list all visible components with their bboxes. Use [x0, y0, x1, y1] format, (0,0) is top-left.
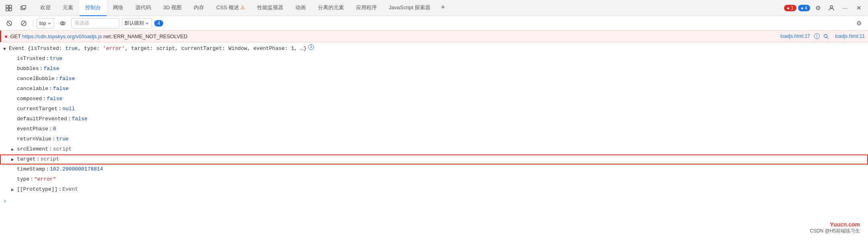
svg-line-14: [827, 37, 829, 39]
prop-timeStamp: ▶ timeStamp: 102.2000000178814: [0, 165, 868, 175]
profile-button[interactable]: [825, 2, 837, 14]
watermark-site: Yuucn.com: [810, 221, 860, 228]
tab-elements[interactable]: 元素: [57, 0, 79, 16]
console-prompt-row: ›: [0, 196, 868, 206]
console-content: ● GET https://cdn.topskys.org/v0/loadjs.…: [0, 31, 868, 249]
svg-rect-3: [9, 8, 12, 11]
svg-line-10: [22, 22, 25, 25]
object-tree: ▼ Event {isTrusted: true, type: 'error',…: [0, 42, 868, 208]
level-selector[interactable]: 默认级别: [122, 18, 152, 29]
svg-line-8: [8, 22, 11, 25]
clear-console-button[interactable]: [3, 18, 15, 29]
watermark-author: CSDN @H5前端练习生: [810, 228, 860, 235]
more-button[interactable]: ···: [839, 2, 851, 14]
prop-bubbles: ▶ bubbles: false: [0, 64, 868, 74]
tab-welcome[interactable]: 欢迎: [35, 0, 56, 16]
svg-rect-5: [22, 6, 26, 8]
console-settings-button[interactable]: ⚙: [853, 17, 865, 29]
info-icon[interactable]: i: [814, 33, 820, 39]
toolbar-separator-1: [33, 19, 33, 27]
close-button[interactable]: ✕: [853, 2, 865, 14]
prop-defaultPrevented: ▶ defaultPrevented: false: [0, 114, 868, 124]
frame-label: top: [39, 21, 46, 26]
error-dot-icon: ●: [4, 33, 8, 39]
search-icon-button[interactable]: [822, 32, 830, 40]
error-location2-link[interactable]: loadjs.html:11: [835, 33, 865, 39]
level-label: 默认级别: [125, 20, 144, 27]
svg-point-12: [62, 23, 63, 24]
svg-rect-2: [6, 8, 8, 11]
eye-button[interactable]: [57, 18, 69, 29]
prop-target: ▶ target: script: [0, 154, 868, 165]
prototype-expand-arrow[interactable]: ▶: [11, 185, 17, 194]
tab-console[interactable]: 控制台: [80, 0, 106, 16]
error-location1-link[interactable]: loadjs.html:17: [780, 33, 810, 39]
svg-rect-1: [9, 5, 12, 8]
tab-network[interactable]: 网络: [107, 0, 129, 16]
target-expand-arrow[interactable]: ▶: [11, 155, 17, 164]
prop-cancelBubble: ▶ cancelBubble: false: [0, 74, 868, 84]
prop-isTrusted: ▶ isTrusted: true: [0, 54, 868, 64]
settings-button[interactable]: ⚙: [812, 2, 824, 14]
prop-currentTarget: ▶ currentTarget: null: [0, 104, 868, 114]
srcElement-expand-arrow[interactable]: ▶: [11, 145, 17, 154]
prop-returnValue: ▶ returnValue: true: [0, 134, 868, 144]
error-message: net::ERR_NAME_NOT_RESOLVED: [103, 33, 187, 39]
tab-add[interactable]: +: [437, 0, 449, 16]
prop-cancelable: ▶ cancelable: false: [0, 84, 868, 94]
multiwindow-button[interactable]: [18, 2, 29, 14]
event-summary-text: Event {isTrusted: true, type: 'error', t…: [9, 44, 307, 53]
svg-point-6: [830, 6, 833, 8]
tab-sources[interactable]: 源代码: [130, 0, 157, 16]
tab-bar-right: ● 1 ● 4 ⚙ ··· ✕: [784, 2, 865, 14]
error-badge[interactable]: ● 1: [784, 5, 796, 11]
new-tab-button[interactable]: [3, 2, 14, 14]
tab-bar: 欢迎 元素 控制台 网络 源代码 3D 视图 内存 CSS 概述 ⚠ 性能监视器…: [0, 0, 868, 16]
tab-memory[interactable]: 内存: [188, 0, 210, 16]
error-row: ● GET https://cdn.topskys.org/v0/loadjs.…: [0, 31, 868, 42]
warning-badge[interactable]: ● 4: [798, 5, 810, 11]
event-expand-arrow[interactable]: ▼: [3, 44, 9, 54]
prop-type: ▶ type: "error": [0, 175, 868, 185]
tab-detached[interactable]: 分离的元素: [312, 0, 350, 16]
tab-js-profiler[interactable]: JavaScript 探索器: [383, 0, 436, 16]
filter-input[interactable]: 筛选器: [71, 18, 119, 29]
svg-rect-0: [6, 5, 8, 8]
prop-srcElement: ▶ srcElement: script: [0, 144, 868, 154]
svg-point-13: [824, 34, 827, 37]
svg-point-11: [60, 22, 65, 25]
frame-selector[interactable]: top: [37, 18, 54, 29]
tab-3d-view[interactable]: 3D 视图: [158, 0, 187, 16]
tab-bar-left: [3, 2, 29, 14]
prop-prototype: ▶ [[Prototype]]: Event: [0, 185, 868, 195]
tab-css-overview[interactable]: CSS 概述 ⚠: [211, 0, 250, 16]
tab-performance[interactable]: 性能监视器: [252, 0, 289, 16]
event-info-icon[interactable]: i: [308, 44, 314, 50]
tab-application[interactable]: 应用程序: [350, 0, 383, 16]
css-warning-icon: ⚠: [240, 4, 245, 10]
prop-composed: ▶ composed: false: [0, 94, 868, 104]
prop-eventPhase: ▶ eventPhase: 0: [0, 124, 868, 134]
error-location: loadjs.html:17 i loadjs.html:11: [780, 32, 865, 40]
log-count-badge: 4: [154, 20, 164, 27]
error-method: GET: [10, 33, 21, 39]
tab-animation[interactable]: 动画: [290, 0, 311, 16]
prompt-chevron-icon: ›: [3, 197, 6, 206]
block-button[interactable]: [18, 18, 30, 29]
event-summary-row: ▼ Event {isTrusted: true, type: 'error',…: [0, 44, 868, 54]
toolbar-right: ⚙: [853, 17, 865, 29]
error-text: GET https://cdn.topskys.org/v0/loadjs.js…: [10, 33, 780, 39]
error-url-link[interactable]: https://cdn.topskys.org/v0/loadjs.js: [23, 33, 102, 39]
watermark: Yuucn.com CSDN @H5前端练习生: [810, 221, 860, 235]
toolbar: top 筛选器 默认级别 4 ⚙: [0, 16, 868, 31]
filter-placeholder: 筛选器: [75, 20, 89, 27]
